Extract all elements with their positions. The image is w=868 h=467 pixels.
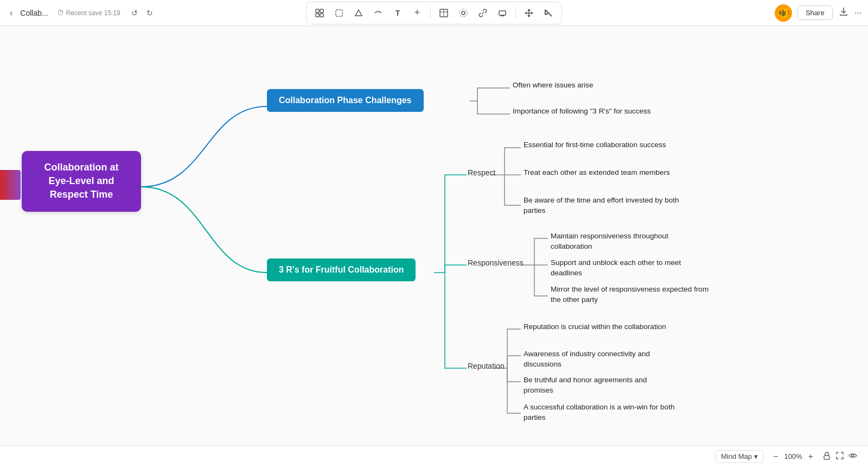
more-options-button[interactable]: ··· bbox=[854, 8, 861, 18]
stamp-tool-button[interactable] bbox=[494, 4, 511, 22]
leaf-responsiveness-1: Maintain responsiveness throughout colla… bbox=[551, 231, 703, 252]
responsiveness-label: Responsiveness bbox=[468, 258, 524, 267]
undo-redo-group: ↺ ↻ bbox=[128, 7, 156, 20]
leaf-respect-1: Essential for first-time collaboration s… bbox=[524, 140, 666, 150]
svg-rect-2 bbox=[316, 14, 319, 17]
respect-label: Respect bbox=[468, 168, 495, 177]
svg-rect-4 bbox=[336, 10, 342, 16]
lock-icon-button[interactable] bbox=[822, 451, 831, 462]
svg-rect-15 bbox=[824, 456, 829, 459]
zoom-percent: 100% bbox=[784, 452, 802, 460]
save-icon: ⏱ bbox=[57, 9, 64, 17]
frame-tool-button[interactable] bbox=[330, 4, 348, 22]
leaf-responsiveness-3: Mirror the level of responsiveness expec… bbox=[551, 285, 719, 305]
reputation-label: Reputation bbox=[468, 362, 505, 370]
svg-point-8 bbox=[462, 11, 465, 15]
undo-button[interactable]: ↺ bbox=[128, 7, 141, 20]
zoom-in-button[interactable]: + bbox=[806, 451, 816, 463]
toolbar: ‹ Collab... ⏱ Recent save 15:19 ↺ ↻ bbox=[0, 0, 868, 26]
back-button[interactable]: ‹ bbox=[7, 6, 16, 20]
leaf-respect-3: Be aware of the time and effort invested… bbox=[524, 195, 681, 216]
mindmap-connections bbox=[0, 26, 868, 467]
add-tool-button[interactable]: + bbox=[409, 4, 426, 22]
export-button[interactable] bbox=[838, 6, 849, 20]
leaf-reputation-1: Reputation is crucial within the collabo… bbox=[524, 322, 666, 332]
canvas[interactable]: Collaboration at Eye-Level and Respect T… bbox=[0, 26, 868, 467]
leaf-reputation-4: A successful collaboration is a win-win … bbox=[524, 402, 675, 423]
status-icons bbox=[822, 451, 857, 462]
toolbar-left: ‹ Collab... ⏱ Recent save 15:19 ↺ ↻ bbox=[7, 6, 156, 20]
leaf-reputation-2: Awareness of industry connectivity and d… bbox=[524, 349, 675, 370]
view-mode-chevron: ▾ bbox=[754, 452, 758, 460]
svg-point-9 bbox=[459, 9, 467, 17]
link-tool-button[interactable] bbox=[474, 4, 492, 22]
collab-phase-node[interactable]: Collaboration Phase Challenges bbox=[267, 89, 424, 112]
connector-tool-button[interactable] bbox=[369, 4, 387, 22]
leaf-respect-2: Treat each other as extended team member… bbox=[524, 168, 670, 178]
svg-rect-10 bbox=[499, 11, 506, 15]
toolbar-separator bbox=[430, 8, 431, 18]
three-r-node[interactable]: 3 R's for Fruitful Collaboration bbox=[267, 258, 416, 281]
svg-rect-3 bbox=[320, 14, 323, 17]
save-status: ⏱ Recent save 15:19 bbox=[57, 9, 120, 17]
table-tool-button[interactable] bbox=[435, 4, 452, 22]
zoom-controls: − 100% + bbox=[770, 451, 816, 463]
move-tool-button[interactable] bbox=[520, 4, 538, 22]
user-avatar: 🐠 bbox=[775, 4, 792, 22]
diagram-tool-button[interactable] bbox=[455, 4, 472, 22]
select-tool-button[interactable] bbox=[311, 4, 328, 22]
svg-rect-0 bbox=[316, 9, 319, 12]
share-button[interactable]: Share bbox=[797, 5, 833, 20]
toolbar-center: T + bbox=[306, 2, 562, 24]
toolbar-separator-2 bbox=[515, 8, 516, 18]
central-node-text: Collaboration at Eye-Level and Respect T… bbox=[44, 162, 118, 200]
leaf-responsiveness-2: Support and unblock each other to meet d… bbox=[551, 258, 703, 279]
left-edge-indicator bbox=[0, 170, 21, 200]
eye-icon-button[interactable] bbox=[848, 451, 857, 462]
shape-tool-button[interactable] bbox=[350, 4, 367, 22]
zoom-out-button[interactable]: − bbox=[770, 451, 781, 463]
svg-line-12 bbox=[545, 10, 552, 16]
leaf-reputation-3: Be truthful and honor agreements and pro… bbox=[524, 375, 675, 396]
svg-rect-1 bbox=[320, 9, 323, 12]
status-bar: Mind Map ▾ − 100% + bbox=[0, 445, 868, 467]
leaf-3rs-importance: Importance of following "3 R's" for succ… bbox=[513, 106, 651, 117]
view-mode-label: Mind Map bbox=[721, 452, 752, 460]
text-tool-button[interactable]: T bbox=[389, 4, 406, 22]
toolbar-right: 🐠 Share ··· bbox=[775, 4, 861, 22]
view-mode-selector[interactable]: Mind Map ▾ bbox=[715, 450, 764, 463]
leaf-often-issues: Often where issues arise bbox=[513, 80, 593, 91]
pointer-tool-button[interactable] bbox=[540, 4, 557, 22]
redo-button[interactable]: ↻ bbox=[143, 7, 156, 20]
fullscreen-icon-button[interactable] bbox=[835, 451, 844, 462]
doc-title: Collab... bbox=[20, 9, 48, 17]
svg-point-16 bbox=[852, 455, 854, 457]
central-node[interactable]: Collaboration at Eye-Level and Respect T… bbox=[22, 151, 141, 212]
